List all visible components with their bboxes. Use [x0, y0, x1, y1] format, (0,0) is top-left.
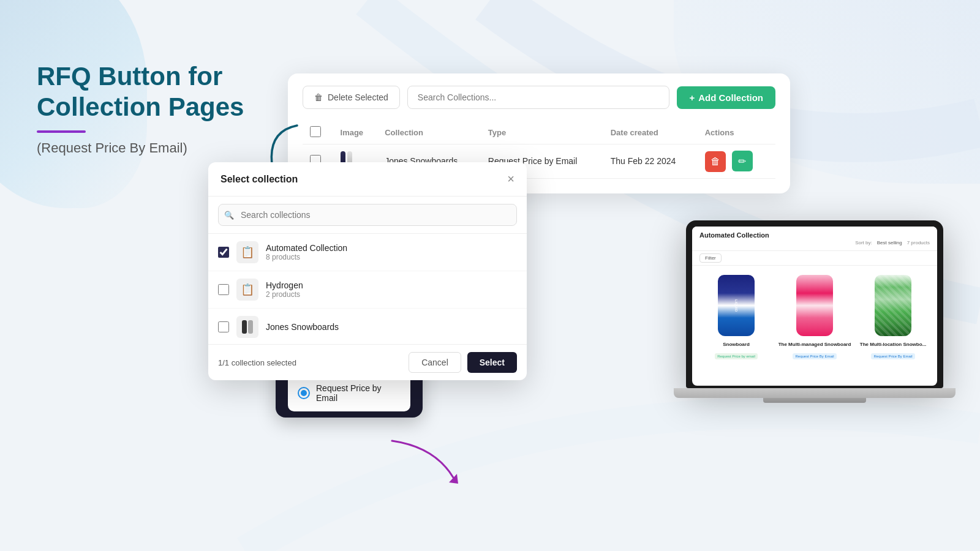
- item-icon-3: [236, 316, 258, 338]
- item-name-2: Hydrogen: [266, 280, 517, 290]
- col-type: Type: [481, 121, 603, 144]
- modal-collection-list: 📋 Automated Collection 8 products 📋 Hydr…: [208, 234, 527, 344]
- item-icon-2: 📋: [236, 279, 258, 301]
- product-image-2: [778, 272, 851, 339]
- item-name-3: Jones Snowboards: [266, 322, 517, 332]
- col-actions: Actions: [698, 121, 775, 144]
- page-content: RFQ Button for Collection Pages (Request…: [0, 0, 980, 551]
- cancel-button[interactable]: Cancel: [409, 352, 461, 373]
- delete-selected-button[interactable]: 🗑 Delete Selected: [303, 86, 400, 109]
- laptop-screen: Automated Collection Sort by: Best selli…: [692, 227, 937, 386]
- product-btn-2: Request Price By Email: [793, 353, 836, 359]
- product-card-2: The Multi-managed Snowboard Request Pric…: [778, 272, 851, 360]
- item-info-1: Automated Collection 8 products: [266, 243, 517, 261]
- hero-section: RFQ Button for Collection Pages (Request…: [37, 61, 263, 156]
- modal-header: Select collection ×: [208, 162, 527, 197]
- trash-icon: 🗑: [314, 92, 323, 102]
- radio-circle-email: [298, 387, 310, 399]
- item-checkbox-1[interactable]: [218, 247, 229, 258]
- item-info-2: Hydrogen 2 products: [266, 280, 517, 299]
- select-collection-modal: Select collection × 📋 Automated Collecti…: [208, 162, 527, 380]
- screen-sort-label: Sort by:: [855, 240, 872, 246]
- title-divider: [37, 130, 86, 133]
- row-edit-button[interactable]: ✏: [732, 151, 753, 171]
- modal-footer: 1/1 collection selected Cancel Select: [208, 344, 527, 380]
- laptop-screen-outer: Automated Collection Sort by: Best selli…: [686, 220, 943, 388]
- modal-close-button[interactable]: ×: [507, 172, 514, 186]
- product-card-3: The Multi-location Snowbo... Request Pri…: [856, 272, 930, 360]
- item-checkbox-3[interactable]: [218, 321, 229, 332]
- snowboard-graphic-1: LIQUID: [718, 275, 755, 336]
- screen-product-count: 7 products: [907, 240, 930, 246]
- list-item[interactable]: 📋 Hydrogen 2 products: [208, 271, 527, 309]
- modal-title: Select collection: [221, 174, 298, 185]
- screen-sort-value: Best selling: [877, 240, 902, 246]
- select-button[interactable]: Select: [467, 352, 517, 373]
- page-title: RFQ Button for Collection Pages: [37, 61, 263, 123]
- product-name-2: The Multi-managed Snowboard: [778, 342, 851, 347]
- radio-option-email[interactable]: Request Price by Email: [298, 383, 401, 403]
- delete-btn-label: Delete Selected: [328, 92, 388, 102]
- panel-toolbar: 🗑 Delete Selected + Add Collection: [303, 86, 775, 109]
- filter-label: Filter: [699, 253, 722, 263]
- product-btn-1: Request Price by email: [715, 353, 758, 359]
- laptop-mockup: Automated Collection Sort by: Best selli…: [686, 220, 943, 403]
- item-checkbox-2[interactable]: [218, 284, 229, 295]
- radio-label-email: Request Price by Email: [316, 383, 401, 403]
- item-count-1: 8 products: [266, 253, 517, 261]
- list-item[interactable]: 📋 Automated Collection 8 products: [208, 234, 527, 271]
- product-name-3: The Multi-location Snowbo...: [856, 342, 930, 347]
- plus-icon: +: [689, 92, 695, 103]
- screen-filter-bar: Filter: [692, 251, 937, 266]
- snowboard-graphic-3: [875, 275, 911, 336]
- product-name-1: Snowboard: [699, 342, 773, 347]
- item-icon-1: 📋: [236, 241, 258, 263]
- add-collection-button[interactable]: + Add Collection: [677, 86, 775, 109]
- screen-header: Automated Collection Sort by: Best selli…: [692, 227, 937, 251]
- product-card-1: LIQUID Snowboard Request Price by email: [699, 272, 773, 360]
- arrow-3: [386, 435, 459, 492]
- select-all-checkbox[interactable]: [310, 126, 321, 137]
- laptop-base: [674, 388, 956, 398]
- page-subtitle: (Request Price By Email): [37, 140, 263, 156]
- row-date: Thu Feb 22 2024: [603, 144, 698, 179]
- col-image: Image: [333, 121, 378, 144]
- item-name-1: Automated Collection: [266, 243, 517, 253]
- item-count-2: 2 products: [266, 290, 517, 299]
- product-image-1: LIQUID: [699, 272, 773, 339]
- collection-search-input[interactable]: [218, 204, 517, 226]
- selected-count-label: 1/1 collection selected: [218, 358, 296, 367]
- search-wrap: [218, 204, 517, 226]
- svg-marker-2: [449, 474, 458, 484]
- col-date: Date created: [603, 121, 698, 144]
- snowboard-graphic-2: [796, 275, 833, 336]
- collections-search-input[interactable]: [407, 86, 670, 109]
- product-btn-3: Request Price By Email: [871, 353, 914, 359]
- product-image-3: [856, 272, 930, 339]
- laptop-notch: [763, 398, 866, 403]
- list-item[interactable]: Jones Snowboards: [208, 309, 527, 344]
- modal-action-buttons: Cancel Select: [409, 352, 517, 373]
- modal-search-section: [208, 197, 527, 234]
- add-collection-label: Add Collection: [698, 92, 763, 103]
- col-collection: Collection: [377, 121, 481, 144]
- screen-collection-title: Automated Collection: [699, 231, 930, 239]
- row-delete-button[interactable]: 🗑: [705, 151, 726, 172]
- screen-products: LIQUID Snowboard Request Price by email …: [692, 266, 937, 366]
- item-info-3: Jones Snowboards: [266, 322, 517, 332]
